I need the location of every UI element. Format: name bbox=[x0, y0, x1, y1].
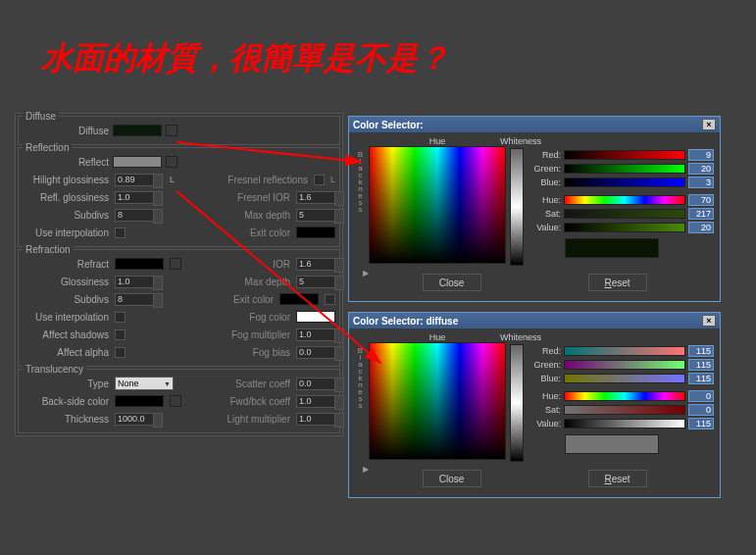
red-label: Red: bbox=[528, 150, 561, 160]
blue-slider[interactable] bbox=[564, 177, 685, 187]
hue-slider-label: Hue: bbox=[528, 195, 561, 205]
scatter-spinner[interactable]: 0.0 bbox=[296, 378, 335, 390]
diffuse-map-slot[interactable] bbox=[166, 125, 177, 136]
maxdepth-label: Max depth bbox=[181, 277, 295, 287]
close-icon[interactable]: × bbox=[702, 119, 716, 130]
interp-label: Use interpolation bbox=[23, 312, 113, 323]
hue-slider[interactable] bbox=[564, 195, 685, 205]
hue-gradient[interactable]: ◇ bbox=[369, 146, 506, 264]
hue-label: Hue bbox=[369, 136, 506, 146]
type-label: Type bbox=[23, 378, 113, 389]
blue-value[interactable]: 115 bbox=[688, 373, 714, 384]
red-value[interactable]: 9 bbox=[688, 149, 714, 161]
hue-value[interactable]: 70 bbox=[688, 194, 714, 206]
fogbias-spinner[interactable]: 0.0 bbox=[296, 346, 335, 359]
close-button[interactable]: Close bbox=[423, 274, 481, 291]
reflect-label: Reflect bbox=[23, 157, 113, 168]
shadows-checkbox[interactable] bbox=[115, 329, 126, 340]
sat-slider[interactable] bbox=[564, 405, 685, 415]
green-slider[interactable] bbox=[564, 360, 685, 370]
hue-slider[interactable] bbox=[564, 391, 685, 401]
titlebar[interactable]: Color Selector: diffuse × bbox=[349, 313, 720, 328]
green-slider[interactable] bbox=[564, 164, 685, 174]
reset-button[interactable]: Reset bbox=[588, 470, 647, 487]
exit-swatch[interactable] bbox=[279, 293, 319, 305]
sat-slider[interactable] bbox=[564, 209, 685, 219]
value-label: Value: bbox=[528, 223, 561, 232]
ior-spinner[interactable]: 1.6 bbox=[296, 258, 335, 271]
blue-value[interactable]: 3 bbox=[688, 177, 714, 188]
whiteness-bar[interactable] bbox=[510, 344, 524, 462]
value-label: Value: bbox=[528, 419, 561, 429]
red-slider[interactable] bbox=[564, 346, 685, 356]
color-selector-1: Color Selector: × Blackness Hue Whitenes… bbox=[348, 116, 721, 302]
lightmult-spinner[interactable]: 1.0 bbox=[296, 413, 335, 426]
gloss-label: Glossiness bbox=[23, 277, 113, 287]
fwdback-label: Fwd/bck coeff bbox=[185, 396, 294, 407]
maxdepth-label: Max depth bbox=[181, 210, 295, 221]
section-label: Reflection bbox=[23, 142, 72, 153]
reset-button[interactable]: Reset bbox=[588, 274, 647, 291]
hilight-spinner[interactable]: 0.89 bbox=[115, 174, 154, 186]
translucency-section: Translucency Type None Scatter coeff 0.0… bbox=[18, 369, 340, 433]
refract-swatch[interactable] bbox=[115, 258, 164, 270]
material-panel: Diffuse Diffuse Reflection Reflect Hilig… bbox=[15, 113, 343, 436]
hue-slider-label: Hue: bbox=[528, 391, 561, 401]
hue-gradient[interactable] bbox=[369, 342, 506, 460]
alpha-checkbox[interactable] bbox=[115, 347, 126, 358]
exit-swatch[interactable] bbox=[296, 227, 335, 238]
lightmult-label: Light multiplier bbox=[181, 414, 295, 425]
red-value[interactable]: 115 bbox=[688, 345, 714, 357]
titlebar[interactable]: Color Selector: × bbox=[349, 117, 720, 132]
type-dropdown[interactable]: None bbox=[115, 377, 174, 390]
blue-slider[interactable] bbox=[564, 374, 685, 383]
value-value[interactable]: 20 bbox=[688, 222, 714, 233]
hilight-label: Hilight glossiness bbox=[23, 175, 113, 185]
subdivs-spinner[interactable]: 8 bbox=[115, 209, 154, 222]
maxdepth-spinner[interactable]: 5 bbox=[296, 276, 335, 288]
sat-label: Sat: bbox=[528, 405, 561, 415]
fresnel-label: Fresnel reflections bbox=[181, 175, 312, 185]
close-button[interactable]: Close bbox=[423, 470, 481, 487]
scatter-label: Scatter coeff bbox=[181, 378, 295, 389]
fwdback-spinner[interactable]: 1.0 bbox=[296, 395, 335, 408]
value-value[interactable]: 115 bbox=[688, 418, 714, 429]
fresnel-ior-spinner[interactable]: 1.6 bbox=[296, 191, 335, 204]
interp-checkbox[interactable] bbox=[115, 227, 126, 238]
refraction-section: Refraction Refract IOR 1.6 Glossiness 1.… bbox=[18, 249, 340, 367]
subdivs-label: Subdivs bbox=[23, 294, 113, 305]
title-text: Color Selector: diffuse bbox=[353, 316, 458, 327]
close-icon[interactable]: × bbox=[702, 315, 716, 327]
section-label: Refraction bbox=[23, 244, 74, 255]
back-swatch[interactable] bbox=[115, 395, 164, 407]
fog-swatch[interactable] bbox=[296, 311, 335, 323]
hue-label: Hue bbox=[369, 332, 506, 342]
fresnel-checkbox[interactable] bbox=[314, 175, 325, 185]
interp-label: Use interpolation bbox=[23, 227, 113, 238]
reflect-map-slot[interactable] bbox=[166, 156, 177, 168]
value-slider[interactable] bbox=[564, 419, 685, 429]
exit-label: Exit color bbox=[181, 227, 295, 238]
sat-value[interactable]: 0 bbox=[688, 404, 714, 416]
red-slider[interactable] bbox=[564, 150, 685, 160]
diffuse-label: Diffuse bbox=[23, 126, 113, 136]
maxdepth-spinner[interactable]: 5 bbox=[296, 209, 335, 222]
green-value[interactable]: 20 bbox=[688, 163, 714, 175]
back-map-slot[interactable] bbox=[170, 395, 181, 407]
subdivs-spinner[interactable]: 8 bbox=[115, 293, 154, 306]
hue-value[interactable]: 0 bbox=[688, 390, 714, 402]
interp-checkbox[interactable] bbox=[115, 312, 126, 323]
exit-checkbox[interactable] bbox=[325, 294, 335, 305]
reflect-swatch[interactable] bbox=[113, 156, 162, 168]
value-slider[interactable] bbox=[564, 223, 685, 232]
gloss-spinner[interactable]: 1.0 bbox=[115, 276, 154, 288]
refl-gloss-spinner[interactable]: 1.0 bbox=[115, 191, 154, 204]
green-value[interactable]: 115 bbox=[688, 359, 714, 371]
refract-map-slot[interactable] bbox=[170, 258, 181, 270]
whiteness-bar[interactable] bbox=[510, 148, 524, 266]
diffuse-swatch[interactable] bbox=[113, 125, 162, 136]
fogmult-spinner[interactable]: 1.0 bbox=[296, 328, 335, 341]
sat-value[interactable]: 217 bbox=[688, 208, 714, 220]
blackness-label: Blackness bbox=[355, 332, 365, 462]
thickness-spinner[interactable]: 1000.0 bbox=[115, 413, 154, 426]
